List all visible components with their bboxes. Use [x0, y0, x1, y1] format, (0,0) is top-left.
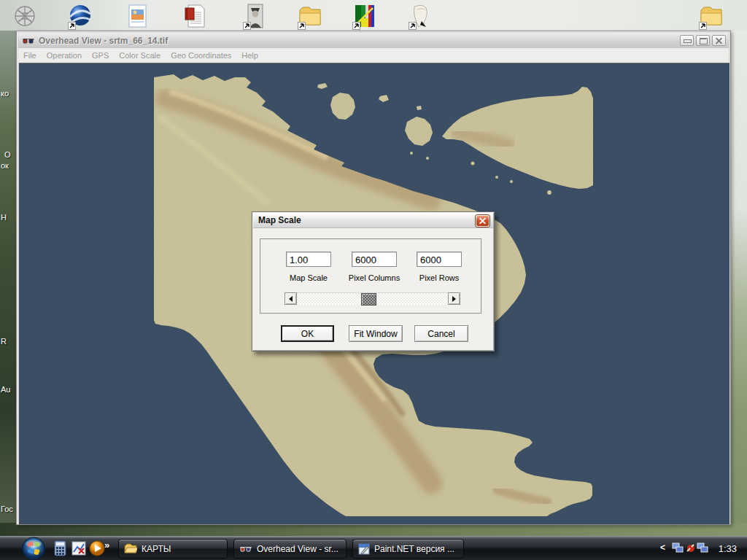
taskbar-button-label: Paint.NET версия ... [374, 544, 454, 554]
desktop-icon-wireframe-3d[interactable] [12, 4, 37, 28]
taskbar-button-overhead-view[interactable]: Overhead View - sr... [233, 539, 347, 559]
windows-orb-icon [20, 537, 47, 560]
pixel-columns-input[interactable] [352, 252, 397, 267]
window-titlebar[interactable]: Overhead View - srtm_66_14.tif [18, 33, 729, 48]
shortcut-arrow-icon [352, 22, 360, 30]
desktop: ко О ок Н R Au Гос [0, 0, 747, 560]
tray-collapse-chevron[interactable]: < [660, 542, 665, 553]
desktop-icon-pen-draw[interactable] [409, 4, 433, 28]
desktop-icon-document-red-book[interactable] [182, 4, 207, 28]
desktop-label-fragment: Au [1, 385, 10, 394]
network-tray-icon[interactable] [697, 542, 709, 553]
slider-thumb[interactable] [361, 293, 376, 306]
minimize-button[interactable] [680, 35, 694, 46]
desktop-label-fragment: R [1, 337, 7, 346]
right-arrow-icon [452, 296, 459, 302]
taskbar: » КАРТЫ Overhead View - sr... Paint.NET … [0, 536, 747, 560]
alert-tray-icon[interactable] [685, 542, 697, 553]
desktop-icon-google-earth[interactable] [68, 4, 93, 28]
menu-operation[interactable]: Operation [42, 51, 87, 60]
desktop-label-fragment: Н [1, 213, 7, 222]
wallpaper-right [731, 31, 747, 537]
taskbar-button-label: КАРТЫ [142, 544, 171, 554]
pixel-rows-label: Pixel Rows [406, 273, 472, 282]
quicklaunch-graph-app-icon[interactable] [71, 540, 87, 556]
map-scale-input[interactable] [286, 252, 331, 267]
3d-glasses-icon [22, 36, 35, 45]
menu-help[interactable]: Help [236, 51, 263, 60]
map-scale-dialog: Map Scale Map Scale Pixel Columns Pixel … [252, 211, 495, 351]
dialog-title: Map Scale [258, 215, 301, 225]
pixel-rows-input[interactable] [417, 252, 462, 267]
restore-button[interactable] [696, 35, 710, 46]
slider-left-arrow-button[interactable] [285, 292, 297, 305]
menu-file[interactable]: File [18, 51, 42, 60]
wallpaper-left [0, 31, 16, 537]
quicklaunch-media-player-icon[interactable] [89, 540, 105, 556]
menu-geo-coordinates[interactable]: Geo Coordinates [166, 51, 236, 60]
cancel-button[interactable]: Cancel [414, 325, 468, 342]
dialog-titlebar[interactable]: Map Scale [253, 213, 493, 228]
fit-window-button[interactable]: Fit Window [349, 325, 403, 342]
shortcut-arrow-icon [243, 22, 251, 30]
dialog-group-box: Map Scale Pixel Columns Pixel Rows [260, 238, 482, 314]
desktop-icon-folder-right[interactable] [699, 4, 724, 28]
quicklaunch-calculator-icon[interactable] [53, 540, 69, 556]
shortcut-arrow-icon [298, 22, 306, 30]
paintnet-icon [358, 543, 370, 555]
shortcut-arrow-icon [409, 22, 417, 30]
dialog-close-button[interactable] [476, 215, 489, 227]
close-button[interactable] [712, 35, 726, 46]
desktop-label-fragment: Гос [1, 505, 13, 513]
desktop-label-fragment: О [4, 150, 11, 159]
slider-track[interactable] [297, 292, 448, 305]
menu-bar: File Operation GPS Color Scale Geo Coord… [18, 48, 729, 63]
taskbar-button-karty[interactable]: КАРТЫ [118, 539, 228, 559]
left-arrow-icon [286, 296, 293, 302]
network-tray-icon[interactable] [672, 542, 684, 553]
desktop-icon-person-photo[interactable] [243, 4, 268, 28]
desktop-label-fragment: ко [1, 89, 9, 98]
scale-slider [285, 292, 460, 305]
desktop-icon-map-colors[interactable] [352, 4, 377, 28]
menu-gps[interactable]: GPS [87, 51, 114, 60]
menu-color-scale[interactable]: Color Scale [114, 51, 166, 60]
ok-button[interactable]: OK [281, 325, 334, 342]
pixel-columns-label: Pixel Columns [341, 273, 407, 282]
slider-right-arrow-button[interactable] [448, 292, 460, 305]
taskbar-button-label: Overhead View - sr... [257, 544, 338, 554]
map-scale-label: Map Scale [276, 273, 341, 282]
start-button[interactable] [20, 537, 47, 560]
taskbar-button-paintnet[interactable]: Paint.NET версия ... [352, 539, 464, 559]
desktop-label-fragment: ок [1, 161, 9, 170]
desktop-icon-image-viewer[interactable] [125, 4, 150, 28]
desktop-icon-folder[interactable] [298, 4, 322, 28]
close-x-icon [479, 217, 487, 225]
3d-glasses-icon [239, 545, 252, 553]
shortcut-arrow-icon [68, 22, 76, 30]
window-title: Overhead View - srtm_66_14.tif [39, 36, 168, 46]
quicklaunch-overflow-chevron[interactable]: » [104, 540, 109, 551]
taskbar-clock: 1:33 [719, 543, 737, 554]
open-folder-icon [124, 543, 137, 554]
shortcut-arrow-icon [699, 22, 707, 30]
